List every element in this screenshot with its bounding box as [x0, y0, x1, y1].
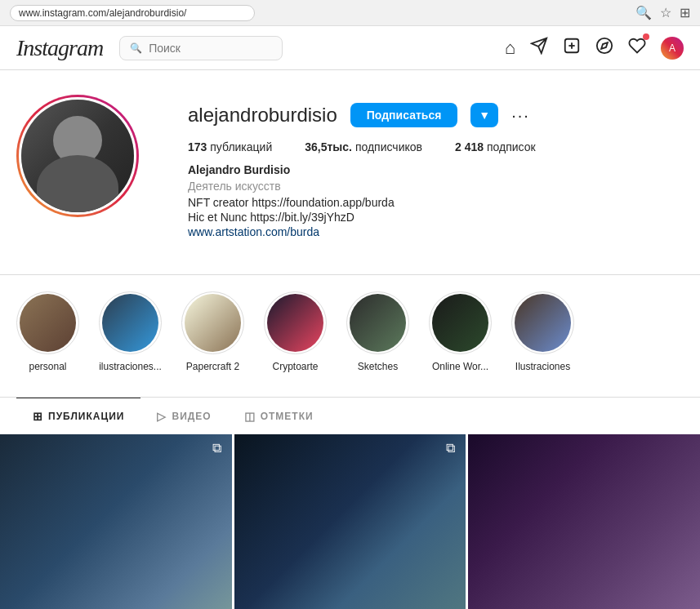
compass-icon[interactable] [595, 37, 613, 60]
highlight-sketches[interactable]: Sketches [346, 291, 409, 372]
stat-followers[interactable]: 36,5тыс. подписчиков [305, 140, 422, 153]
browser-search-icon[interactable]: 🔍 [635, 5, 652, 20]
nav-avatar[interactable]: A [661, 37, 684, 60]
posts-grid-section: ⧉⧉ [0, 434, 700, 609]
instagram-header: Instagram 🔍 ⌂ A [0, 26, 700, 70]
highlight-ring [346, 291, 409, 354]
highlight-onlinewor[interactable]: Online Wor... [429, 291, 492, 372]
highlight-ring [264, 291, 327, 354]
highlight-circle [432, 294, 488, 352]
search-bar: 🔍 [119, 36, 283, 60]
highlight-image [20, 294, 76, 352]
multi-icon: ⧉ [212, 441, 225, 454]
highlight-ilustraciones[interactable]: ilustraciones... [99, 291, 162, 372]
highlight-ilustraciones2[interactable]: Ilustraciones [511, 291, 574, 372]
highlights-container: personal ilustraciones... Papercraft 2 [0, 291, 700, 372]
browser-icons: 🔍 ☆ ⊞ [635, 5, 690, 20]
avatar-placeholder [21, 100, 134, 212]
tab-video[interactable]: ▷ВИДЕО [140, 398, 227, 434]
highlight-label: Papercraft 2 [186, 361, 239, 372]
highlight-ring [99, 291, 162, 354]
browser-url[interactable]: www.instagram.com/alejandroburdisio/ [10, 5, 255, 21]
instagram-logo[interactable]: Instagram [16, 35, 103, 61]
tab-label-video: ВИДЕО [172, 411, 211, 422]
highlight-ring [16, 291, 79, 354]
add-post-icon[interactable] [563, 37, 581, 60]
profile-bio-line1: NFT creator https://foundation.app/burda [188, 196, 684, 209]
tab-label-tagged: ОТМЕТКИ [261, 411, 314, 422]
highlight-image [515, 294, 571, 352]
post-inner [468, 434, 700, 609]
profile-username: alejandroburdisio [188, 104, 337, 127]
home-icon[interactable]: ⌂ [505, 38, 515, 59]
heart-icon[interactable] [628, 37, 646, 60]
highlight-ring [181, 291, 244, 354]
profile-info: alejandroburdisio Подписаться ▼ ··· 173 … [188, 95, 684, 238]
highlight-label: Online Wor... [432, 361, 488, 372]
profile-header: alejandroburdisio Подписаться ▼ ··· 173 … [16, 95, 684, 238]
tab-tagged[interactable]: ◫ОТМЕТКИ [228, 398, 330, 434]
profile-bio-line2: Hic et Nunc https://bit.ly/39jYhzD [188, 211, 684, 224]
highlight-label: Sketches [358, 361, 398, 372]
send-icon[interactable] [530, 37, 548, 60]
tab-label-posts: ПУБЛИКАЦИИ [48, 411, 124, 422]
highlight-circle [267, 294, 323, 352]
highlight-label: Cryptoarte [272, 361, 318, 372]
highlight-circle [20, 294, 76, 352]
profile-avatar-wrap [16, 95, 139, 217]
tab-posts[interactable]: ⊞ПУБЛИКАЦИИ [16, 398, 140, 434]
post-item-2[interactable]: ⧉ [234, 434, 466, 609]
highlight-ring [511, 291, 574, 354]
subscribe-button[interactable]: Подписаться [350, 103, 458, 127]
multi-icon: ⧉ [446, 441, 459, 454]
heart-badge [643, 33, 649, 40]
svg-point-3 [597, 38, 612, 52]
search-input[interactable] [149, 42, 272, 55]
highlight-image [432, 294, 488, 352]
highlight-image [185, 294, 241, 352]
post-item-1[interactable]: ⧉ [0, 434, 232, 609]
svg-marker-4 [601, 42, 608, 49]
highlight-circle [102, 294, 158, 352]
post-item-3[interactable] [468, 434, 700, 609]
profile-top-row: alejandroburdisio Подписаться ▼ ··· [188, 103, 684, 127]
nav-icons: ⌂ A [505, 37, 684, 60]
browser-bar: www.instagram.com/alejandroburdisio/ 🔍 ☆… [0, 0, 700, 26]
profile-container: alejandroburdisio Подписаться ▼ ··· 173 … [0, 70, 700, 274]
profile-category: Деятель искусств [188, 180, 684, 193]
highlight-circle [515, 294, 571, 352]
post-inner [234, 434, 466, 609]
profile-avatar-ring [16, 95, 139, 217]
highlight-personal[interactable]: personal [16, 291, 79, 372]
tabs-container: ⊞ПУБЛИКАЦИИ▷ВИДЕО◫ОТМЕТКИ [0, 398, 700, 434]
highlight-circle [185, 294, 241, 352]
highlight-label: Ilustraciones [515, 361, 570, 372]
highlight-ring [429, 291, 492, 354]
browser-extensions-icon[interactable]: ⊞ [680, 5, 690, 20]
dropdown-button[interactable]: ▼ [470, 103, 498, 127]
tab-icon-tagged: ◫ [244, 410, 256, 423]
highlight-label: personal [29, 361, 66, 372]
profile-stats: 173 публикаций 36,5тыс. подписчиков 2 41… [188, 140, 684, 153]
tabs-section: ⊞ПУБЛИКАЦИИ▷ВИДЕО◫ОТМЕТКИ [0, 397, 700, 434]
profile-full-name: Alejandro Burdisio [188, 163, 684, 176]
stat-posts: 173 публикаций [188, 140, 272, 153]
avatar-body [37, 155, 118, 215]
highlight-cryptoarte[interactable]: Cryptoarte [264, 291, 327, 372]
post-inner [0, 434, 232, 609]
highlight-label: ilustraciones... [99, 361, 162, 372]
search-icon: 🔍 [130, 42, 142, 54]
highlight-image [350, 294, 406, 352]
highlights-section: personal ilustraciones... Papercraft 2 [0, 274, 700, 389]
browser-bookmark-icon[interactable]: ☆ [660, 5, 671, 20]
highlight-image [102, 294, 158, 352]
more-button[interactable]: ··· [511, 106, 530, 125]
profile-website[interactable]: www.artstation.com/burda [188, 225, 319, 238]
highlight-circle [350, 294, 406, 352]
highlight-image [267, 294, 323, 352]
tab-icon-posts: ⊞ [33, 410, 43, 423]
profile-avatar [19, 97, 136, 215]
highlight-papercraft2[interactable]: Papercraft 2 [181, 291, 244, 372]
tab-icon-video: ▷ [157, 410, 167, 423]
stat-following[interactable]: 2 418 подписок [455, 140, 536, 153]
